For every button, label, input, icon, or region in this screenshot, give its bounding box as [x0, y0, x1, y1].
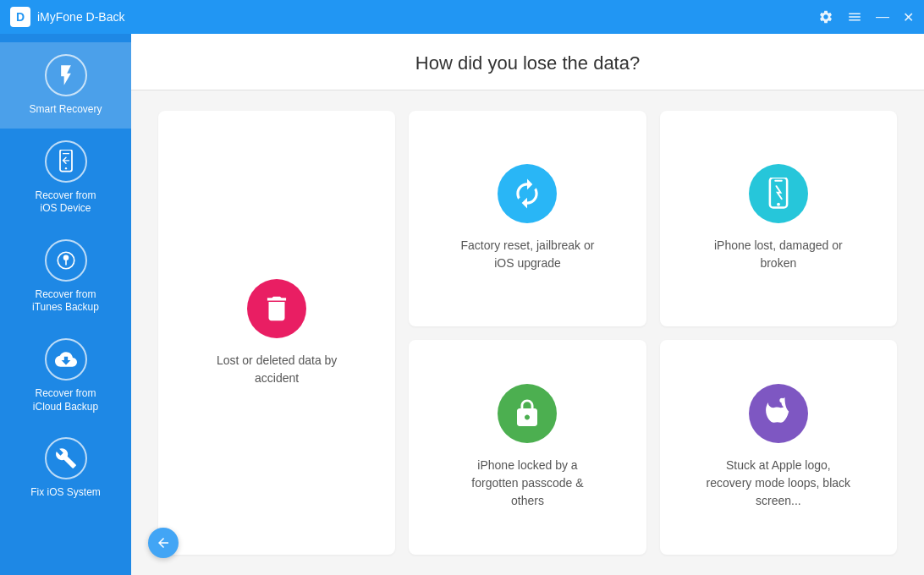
card-factory-reset[interactable]: Factory reset, jailbreak oriOS upgrade [409, 111, 646, 326]
sidebar-label-smart-recovery: Smart Recovery [29, 103, 102, 117]
window-controls: — ✕ [818, 9, 914, 25]
recover-icloud-icon [45, 338, 87, 381]
sidebar-label-recover-ios: Recover fromiOS Device [35, 189, 96, 216]
card-label-stuck-apple: Stuck at Apple logo,recovery mode loops,… [707, 457, 850, 510]
sidebar-label-recover-itunes: Recover fromiTunes Backup [32, 288, 99, 315]
svg-point-5 [777, 203, 780, 206]
sidebar: Smart Recovery Recover fromiOS Device [0, 34, 131, 575]
card-label-iphone-lost: iPhone lost, damaged orbroken [714, 237, 843, 272]
stuck-apple-icon [749, 384, 808, 443]
sidebar-label-fix-ios: Fix iOS System [30, 486, 101, 500]
app-title: iMyFone D-Back [37, 10, 818, 24]
smart-recovery-icon [45, 54, 87, 96]
sidebar-label-recover-icloud: Recover fromiCloud Backup [33, 387, 98, 413]
lost-deleted-icon [247, 279, 306, 338]
card-iphone-lost[interactable]: iPhone lost, damaged orbroken [660, 111, 897, 326]
app-body: Smart Recovery Recover fromiOS Device [0, 34, 924, 575]
titlebar: D iMyFone D-Back — ✕ [0, 0, 924, 34]
sidebar-item-smart-recovery[interactable]: Smart Recovery [0, 42, 131, 129]
minimize-icon[interactable]: — [876, 9, 889, 25]
content-area: How did you lose the data? Lost or delet… [131, 34, 924, 575]
sidebar-item-recover-itunes[interactable]: Recover fromiTunes Backup [0, 227, 131, 326]
sidebar-item-fix-ios[interactable]: Fix iOS System [0, 425, 131, 512]
cards-grid: Lost or deleted data byaccident Factory … [131, 90, 924, 575]
page-title: How did you lose the data? [131, 52, 924, 74]
app-logo: D [10, 7, 30, 27]
card-label-iphone-locked: iPhone locked by aforgotten passcode &ot… [471, 457, 583, 510]
card-label-lost-deleted: Lost or deleted data byaccident [217, 352, 337, 387]
close-icon[interactable]: ✕ [903, 9, 914, 25]
menu-icon[interactable] [847, 9, 862, 25]
svg-point-7 [779, 398, 784, 402]
fix-ios-icon [45, 437, 87, 479]
svg-point-3 [63, 255, 69, 260]
card-stuck-apple[interactable]: Stuck at Apple logo,recovery mode loops,… [660, 340, 897, 556]
back-button[interactable] [148, 528, 179, 558]
card-iphone-locked[interactable]: iPhone locked by aforgotten passcode &ot… [409, 340, 646, 556]
card-lost-deleted[interactable]: Lost or deleted data byaccident [158, 111, 395, 555]
iphone-lost-icon [749, 164, 808, 223]
settings-icon[interactable] [818, 9, 833, 25]
recover-itunes-icon [45, 239, 87, 282]
recover-ios-icon [45, 140, 87, 183]
factory-reset-icon [498, 164, 557, 223]
content-header: How did you lose the data? [131, 34, 924, 90]
sidebar-item-recover-icloud[interactable]: Recover fromiCloud Backup [0, 326, 131, 425]
card-label-factory-reset: Factory reset, jailbreak oriOS upgrade [461, 237, 595, 272]
svg-point-1 [64, 167, 66, 169]
sidebar-item-recover-ios[interactable]: Recover fromiOS Device [0, 129, 131, 227]
iphone-locked-icon [498, 384, 557, 443]
